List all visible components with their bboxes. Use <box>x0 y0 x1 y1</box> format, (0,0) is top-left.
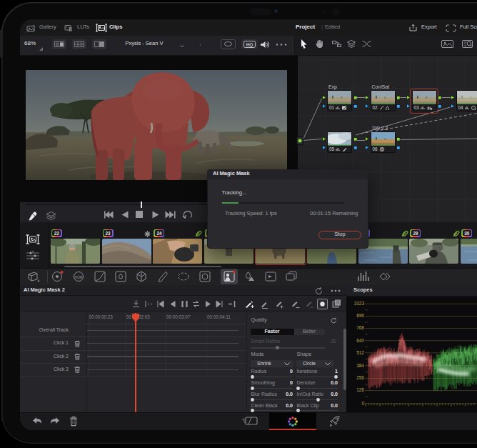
svg-text:HDR: HDR <box>75 275 83 279</box>
svg-text:HQ: HQ <box>246 42 253 48</box>
